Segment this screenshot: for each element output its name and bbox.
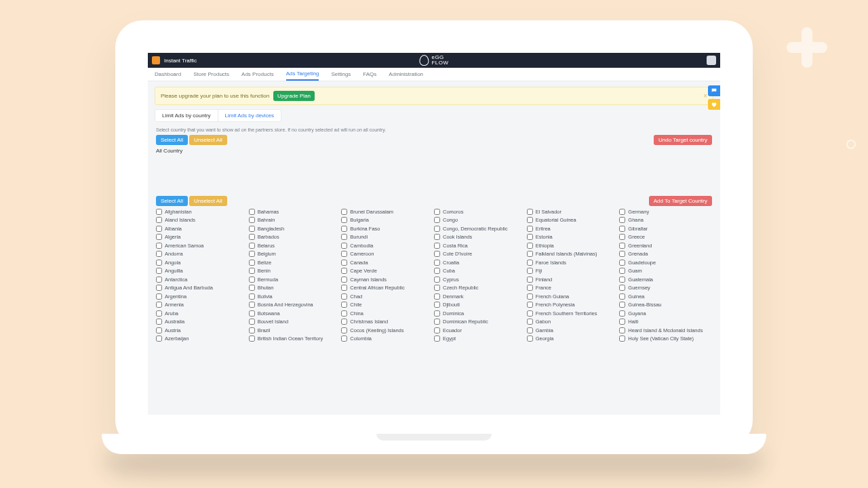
country-item[interactable]: Cambodia: [341, 241, 431, 250]
country-item[interactable]: Bangladesh: [249, 224, 339, 233]
country-checkbox[interactable]: [156, 268, 162, 274]
country-checkbox[interactable]: [527, 277, 533, 283]
tab-limit-country[interactable]: Limit Ads by country: [155, 110, 218, 121]
avatar[interactable]: [707, 56, 716, 65]
country-checkbox[interactable]: [434, 302, 440, 308]
country-item[interactable]: Bahamas: [249, 207, 339, 216]
country-item[interactable]: Dominica: [434, 309, 524, 318]
country-item[interactable]: Bahrain: [249, 216, 339, 225]
country-item[interactable]: Christmas Island: [341, 318, 431, 327]
country-item[interactable]: Germany: [619, 207, 709, 216]
country-item[interactable]: Bolivia: [249, 292, 339, 301]
country-item[interactable]: Ethiopia: [527, 241, 617, 250]
country-checkbox[interactable]: [619, 285, 625, 291]
country-item[interactable]: Botswana: [249, 309, 339, 318]
country-item[interactable]: Bosnia And Herzegovina: [249, 301, 339, 310]
country-checkbox[interactable]: [341, 319, 347, 325]
country-item[interactable]: Algeria: [156, 233, 246, 242]
country-item[interactable]: Chad: [341, 292, 431, 301]
country-item[interactable]: Gibraltar: [619, 224, 709, 233]
country-item[interactable]: Belize: [249, 258, 339, 267]
country-item[interactable]: Czech Republic: [434, 284, 524, 293]
country-checkbox[interactable]: [249, 243, 255, 249]
country-checkbox[interactable]: [249, 277, 255, 283]
country-item[interactable]: China: [341, 309, 431, 318]
country-item[interactable]: Armenia: [156, 301, 246, 310]
country-item[interactable]: France: [527, 284, 617, 293]
country-checkbox[interactable]: [341, 251, 347, 257]
country-checkbox[interactable]: [527, 226, 533, 232]
country-item[interactable]: Guinea-Bissau: [619, 301, 709, 310]
country-checkbox[interactable]: [527, 260, 533, 266]
nav-ads-targeting[interactable]: Ads Targeting: [286, 68, 319, 81]
country-item[interactable]: Guatemala: [619, 275, 709, 284]
country-item[interactable]: Canada: [341, 258, 431, 267]
country-item[interactable]: Equatorial Guinea: [527, 216, 617, 225]
country-checkbox[interactable]: [619, 251, 625, 257]
country-item[interactable]: Chile: [341, 301, 431, 310]
country-checkbox[interactable]: [527, 234, 533, 240]
country-checkbox[interactable]: [619, 327, 625, 333]
country-checkbox[interactable]: [527, 243, 533, 249]
country-checkbox[interactable]: [619, 293, 625, 300]
country-item[interactable]: Azerbaijan: [156, 335, 246, 344]
country-item[interactable]: Cape Verde: [341, 267, 431, 276]
country-checkbox[interactable]: [341, 209, 347, 215]
select-all-button-top[interactable]: Select All: [156, 135, 188, 145]
country-item[interactable]: El Salvador: [527, 207, 617, 216]
country-checkbox[interactable]: [249, 251, 255, 257]
country-item[interactable]: Brazil: [249, 326, 339, 335]
unselect-all-button[interactable]: Unselect All: [189, 196, 227, 206]
country-checkbox[interactable]: [156, 234, 162, 240]
country-checkbox[interactable]: [527, 251, 533, 257]
country-checkbox[interactable]: [341, 226, 347, 232]
country-item[interactable]: Congo, Democratic Republic: [434, 224, 524, 233]
country-item[interactable]: Georgia: [527, 335, 617, 344]
country-checkbox[interactable]: [527, 302, 533, 308]
nav-administration[interactable]: Administration: [389, 68, 423, 80]
nav-settings[interactable]: Settings: [331, 68, 351, 80]
country-checkbox[interactable]: [434, 293, 440, 300]
country-checkbox[interactable]: [341, 260, 347, 266]
country-item[interactable]: Afghanistan: [156, 207, 246, 216]
country-item[interactable]: Antigua And Barbuda: [156, 284, 246, 293]
country-item[interactable]: Greece: [619, 233, 709, 242]
country-item[interactable]: Burundi: [341, 233, 431, 242]
country-item[interactable]: Gabon: [527, 318, 617, 327]
country-checkbox[interactable]: [619, 226, 625, 232]
nav-store-products[interactable]: Store Products: [193, 68, 229, 80]
country-item[interactable]: Cook Islands: [434, 233, 524, 242]
country-checkbox[interactable]: [434, 243, 440, 249]
country-checkbox[interactable]: [249, 234, 255, 240]
country-checkbox[interactable]: [156, 310, 162, 317]
country-item[interactable]: Eritrea: [527, 224, 617, 233]
country-item[interactable]: Belgium: [249, 250, 339, 259]
country-checkbox[interactable]: [341, 293, 347, 300]
country-item[interactable]: Estonia: [527, 233, 617, 242]
country-checkbox[interactable]: [434, 336, 440, 342]
country-item[interactable]: Angola: [156, 258, 246, 267]
country-checkbox[interactable]: [156, 293, 162, 300]
country-checkbox[interactable]: [434, 251, 440, 257]
country-checkbox[interactable]: [156, 209, 162, 215]
country-item[interactable]: Cayman Islands: [341, 275, 431, 284]
country-item[interactable]: Dominican Republic: [434, 318, 524, 327]
country-item[interactable]: Argentina: [156, 292, 246, 301]
country-item[interactable]: Australia: [156, 318, 246, 327]
country-item[interactable]: Guadeloupe: [619, 258, 709, 267]
country-item[interactable]: Bouvet Island: [249, 318, 339, 327]
country-item[interactable]: Andorra: [156, 250, 246, 259]
country-checkbox[interactable]: [341, 268, 347, 274]
add-to-target-country-button[interactable]: Add To Target Country: [649, 196, 712, 206]
country-item[interactable]: Cyprus: [434, 275, 524, 284]
country-checkbox[interactable]: [619, 302, 625, 308]
country-checkbox[interactable]: [434, 327, 440, 333]
country-checkbox[interactable]: [527, 293, 533, 300]
country-item[interactable]: British Indian Ocean Territory: [249, 335, 339, 344]
country-item[interactable]: Denmark: [434, 292, 524, 301]
country-item[interactable]: Bhutan: [249, 284, 339, 293]
country-checkbox[interactable]: [434, 277, 440, 283]
country-item[interactable]: Guam: [619, 267, 709, 276]
country-checkbox[interactable]: [434, 310, 440, 317]
country-item[interactable]: Albania: [156, 224, 246, 233]
